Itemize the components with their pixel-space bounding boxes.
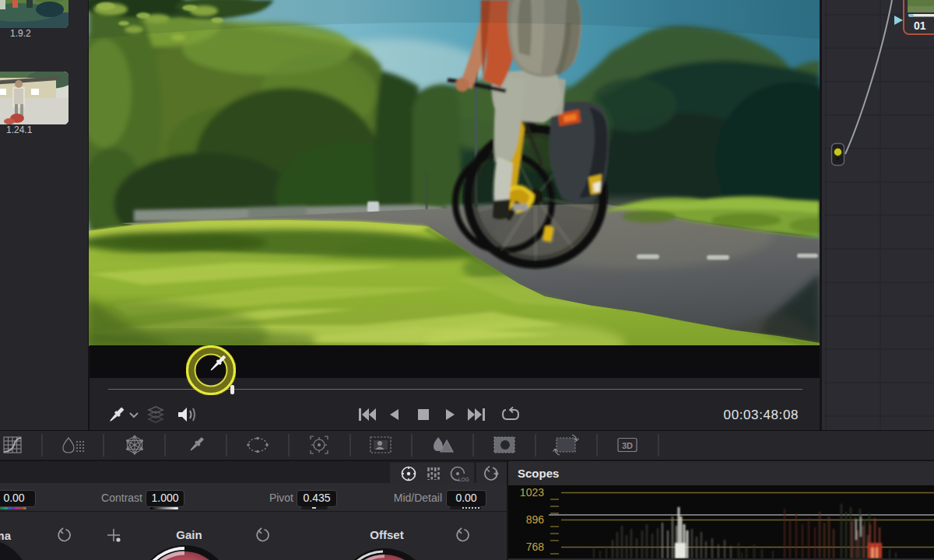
svg-text:768: 768 — [526, 541, 545, 553]
svg-text:Gain: Gain — [176, 528, 202, 541]
svg-text:01: 01 — [914, 19, 926, 32]
svg-text:LOG: LOG — [458, 477, 469, 482]
svg-text:1023: 1023 — [520, 486, 544, 499]
svg-text:896: 896 — [526, 513, 545, 526]
svg-text:3D: 3D — [622, 441, 633, 450]
svg-text:Offset: Offset — [370, 528, 403, 541]
